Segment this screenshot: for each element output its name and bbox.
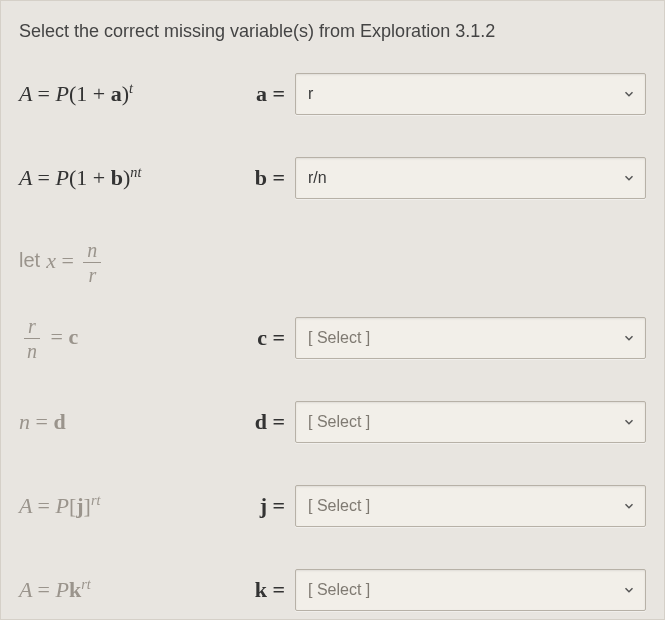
select-c[interactable]: [ Select ] [295,317,646,359]
select-a-wrap: r [295,73,646,115]
eq-j-A: A [19,494,32,519]
eq-c-eq: = [51,323,63,348]
select-d[interactable]: [ Select ] [295,401,646,443]
eq-b-bold: b [111,166,123,191]
select-j-wrap: [ Select ] [295,485,646,527]
eq-j-P: P [55,494,68,519]
var-label-d: d = [239,409,295,435]
equation-let: letx = nr [19,240,239,285]
eq-let-frac: nr [83,240,101,285]
eq-a-open: (1 + [69,82,111,107]
row-d: n = d d = [ Select ] [19,394,646,450]
eq-d-n: n [19,409,30,434]
equation-a: A = P(1 + a)t [19,80,239,107]
row-let: letx = nr [19,234,646,290]
eq-j-bold: j [76,494,83,519]
equation-d: n = d [19,409,239,435]
eq-b-P: P [55,166,68,191]
select-c-wrap: [ Select ] [295,317,646,359]
select-d-wrap: [ Select ] [295,401,646,443]
row-j: A = P[j]rt j = [ Select ] [19,478,646,534]
eq-c-bold: c [68,323,78,348]
eq-a-A: A [19,82,32,107]
eq-k-eq: = [38,578,50,603]
row-k: A = Pkrt k = [ Select ] [19,562,646,618]
select-k[interactable]: [ Select ] [295,569,646,611]
equation-c: rn = c [19,316,239,361]
eq-let-eq: = [61,247,73,272]
select-b[interactable]: r/n [295,157,646,199]
eq-k-sup: rt [81,576,91,592]
eq-b-A: A [19,166,32,191]
row-a: A = P(1 + a)t a = r [19,66,646,122]
eq-k-A: A [19,578,32,603]
eq-a-sup: t [129,80,133,96]
eq-c-frac: rn [23,316,41,361]
eq-b-eq: = [38,166,50,191]
equation-j: A = P[j]rt [19,492,239,519]
eq-j-close: ] [84,494,91,519]
eq-a-bold: a [111,82,122,107]
var-label-j: j = [239,493,295,519]
eq-j-eq: = [38,494,50,519]
eq-a-eq: = [38,82,50,107]
select-k-wrap: [ Select ] [295,569,646,611]
equation-k: A = Pkrt [19,576,239,603]
select-j[interactable]: [ Select ] [295,485,646,527]
var-label-c: c = [239,325,295,351]
eq-k-bold: k [69,578,81,603]
prompt-text: Select the correct missing variable(s) f… [19,21,646,42]
select-a[interactable]: r [295,73,646,115]
eq-b-sup: nt [130,164,141,180]
eq-let-let: let [19,249,40,271]
var-label-b: b = [239,165,295,191]
eq-j-sup: rt [91,492,101,508]
select-b-wrap: r/n [295,157,646,199]
var-label-k: k = [239,577,295,603]
eq-k-P: P [55,578,68,603]
var-label-a: a = [239,81,295,107]
eq-b-open: (1 + [69,166,111,191]
equation-b: A = P(1 + b)nt [19,164,239,191]
row-c: rn = c c = [ Select ] [19,310,646,366]
eq-let-x: x [46,247,56,272]
eq-d-eq: = [36,409,48,434]
eq-d-bold: d [53,409,65,434]
eq-a-P: P [55,82,68,107]
eq-a-close: ) [122,82,129,107]
row-b: A = P(1 + b)nt b = r/n [19,150,646,206]
